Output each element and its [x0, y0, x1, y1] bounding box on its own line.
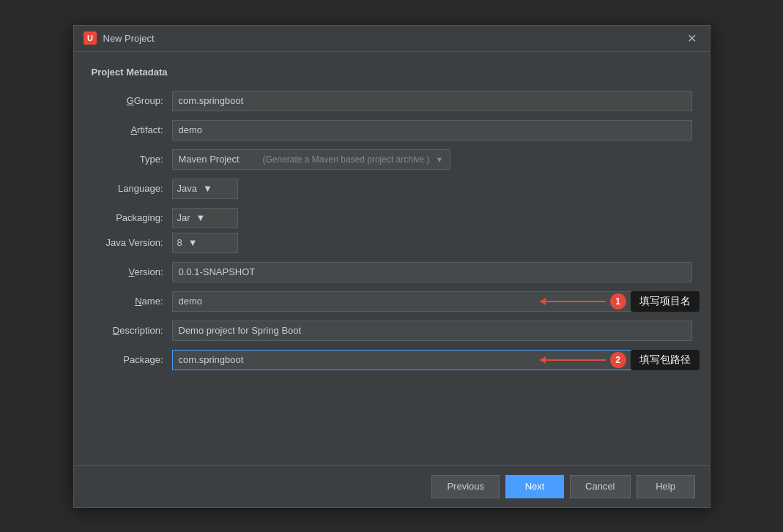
- close-button[interactable]: ✕: [683, 30, 701, 47]
- version-label: Version:: [92, 266, 172, 277]
- type-select[interactable]: Maven Project (Generate a Maven based pr…: [172, 149, 450, 170]
- artifact-input[interactable]: [172, 120, 692, 141]
- type-select-value: Maven Project: [179, 154, 260, 165]
- new-project-dialog: U New Project ✕ Project Metadata GGroup:…: [73, 25, 710, 508]
- cancel-button[interactable]: Cancel: [570, 475, 630, 498]
- language-value: Java: [177, 183, 197, 194]
- package-annotation-container: 2 填写包路径: [172, 350, 692, 370]
- version-row: Version:: [92, 262, 692, 282]
- dialog-title: New Project: [103, 33, 155, 44]
- app-icon: U: [83, 31, 97, 45]
- name-annotation-container: 1 填写项目名: [172, 291, 692, 312]
- description-row: Description:: [92, 321, 692, 341]
- dialog-content: Project Metadata GGroup: Artifact: Type:…: [74, 52, 710, 465]
- package-input[interactable]: [172, 350, 692, 370]
- package-label: Package:: [92, 354, 172, 365]
- java-version-row: Java Version: 8 ▼: [92, 233, 692, 253]
- name-row: Name: 1 填写项目名: [92, 291, 692, 312]
- type-select-hint: (Generate a Maven based project archive.…: [262, 154, 429, 165]
- help-button[interactable]: Help: [637, 475, 695, 498]
- description-input[interactable]: [172, 321, 692, 341]
- java-version-chevron-icon: ▼: [188, 237, 198, 248]
- dialog-footer: Previous Next Cancel Help: [74, 465, 710, 507]
- language-select[interactable]: Java ▼: [172, 179, 238, 199]
- artifact-row: Artifact:: [92, 120, 692, 141]
- section-title: Project Metadata: [92, 67, 692, 78]
- language-chevron-icon: ▼: [203, 183, 212, 194]
- name-label: Name:: [92, 296, 172, 307]
- java-version-value: 8: [177, 237, 182, 248]
- packaging-select[interactable]: Jar ▼: [172, 208, 238, 228]
- description-label: Description:: [92, 325, 172, 336]
- packaging-label: Packaging:: [92, 212, 172, 223]
- title-bar: U New Project ✕: [74, 26, 710, 52]
- packaging-row: Packaging: Jar ▼: [92, 208, 692, 228]
- previous-button[interactable]: Previous: [431, 475, 500, 498]
- language-label: Language:: [92, 183, 172, 194]
- svg-text:U: U: [87, 34, 93, 42]
- packaging-value: Jar: [177, 212, 190, 223]
- title-bar-left: U New Project: [83, 31, 155, 45]
- artifact-label: Artifact:: [92, 124, 172, 135]
- type-label: Type:: [92, 154, 172, 165]
- group-label: GGroup:: [92, 95, 172, 106]
- version-input[interactable]: [172, 262, 692, 282]
- packaging-chevron-icon: ▼: [196, 212, 206, 223]
- java-version-label: Java Version:: [92, 237, 172, 248]
- group-input[interactable]: [172, 91, 692, 111]
- type-row: Type: Maven Project (Generate a Maven ba…: [92, 149, 692, 170]
- next-button[interactable]: Next: [505, 475, 564, 498]
- package-row: Package: 2 填写包路径: [92, 350, 692, 370]
- group-row: GGroup:: [92, 91, 692, 111]
- language-row: Language: Java ▼: [92, 179, 692, 199]
- java-version-select[interactable]: 8 ▼: [172, 233, 238, 253]
- name-input[interactable]: [172, 291, 692, 312]
- type-chevron-icon: ▼: [436, 155, 444, 164]
